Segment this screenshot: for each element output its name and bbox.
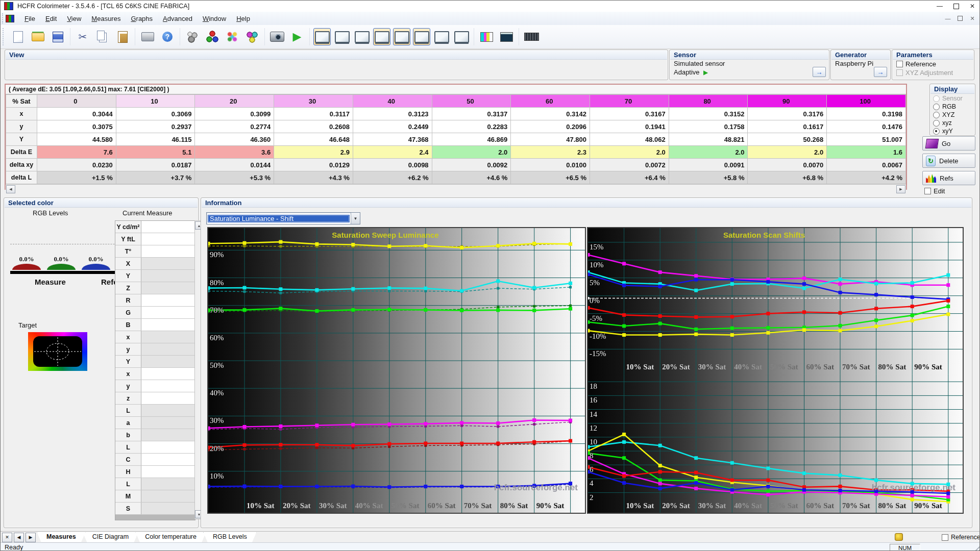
cell-delta-e-50[interactable]: 2.0 bbox=[432, 146, 511, 159]
cell-x-30[interactable]: 0.3117 bbox=[274, 108, 353, 120]
cell-x-80[interactable]: 0.3152 bbox=[669, 108, 748, 120]
cell-delta-l-90[interactable]: +6.8 % bbox=[748, 171, 827, 184]
cell-x-50[interactable]: 0.3137 bbox=[432, 108, 511, 120]
cell-delta-e-20[interactable]: 3.6 bbox=[195, 146, 274, 159]
cell-y-40[interactable]: 0.2449 bbox=[353, 120, 432, 133]
waveform-button[interactable] bbox=[498, 28, 515, 45]
cell-delta-xy-100[interactable]: 0.0067 bbox=[827, 159, 906, 171]
color-bars-button[interactable] bbox=[478, 28, 495, 45]
mdi-restore-button[interactable] bbox=[954, 13, 966, 23]
play-button[interactable]: ▶ bbox=[288, 28, 306, 45]
cell-delta-e-100[interactable]: 1.6 bbox=[827, 146, 906, 159]
cell-y-90[interactable]: 0.1617 bbox=[748, 120, 827, 133]
monitor-chart-button-7[interactable] bbox=[433, 28, 450, 45]
edit-checkbox-box[interactable] bbox=[924, 188, 931, 194]
refs-button[interactable]: Refs bbox=[922, 171, 975, 185]
cell-x-90[interactable]: 0.3176 bbox=[748, 108, 827, 120]
cell-delta-e-90[interactable]: 2.0 bbox=[748, 146, 827, 159]
maximize-button[interactable] bbox=[948, 1, 964, 12]
cell-y-30[interactable]: 46.648 bbox=[274, 133, 353, 146]
radio-icon[interactable] bbox=[933, 128, 940, 135]
monitor-chart-button-8[interactable] bbox=[453, 28, 470, 45]
cell-delta-l-80[interactable]: +5.8 % bbox=[669, 171, 748, 184]
measure-row-value[interactable] bbox=[141, 331, 195, 343]
measure-row-value[interactable] bbox=[141, 429, 195, 441]
print-button[interactable] bbox=[139, 28, 156, 45]
cell-y-80[interactable]: 48.821 bbox=[669, 133, 748, 146]
previous-tab-icon[interactable]: ◀ bbox=[14, 533, 24, 542]
resize-grip[interactable] bbox=[972, 544, 980, 551]
measure-row-value[interactable] bbox=[141, 245, 195, 257]
cell-delta-xy-90[interactable]: 0.0070 bbox=[748, 159, 827, 171]
measure-row-value[interactable] bbox=[141, 307, 195, 318]
cell-delta-xy-60[interactable]: 0.0100 bbox=[511, 159, 590, 171]
cell-delta-xy-70[interactable]: 0.0072 bbox=[590, 159, 669, 171]
cell-y-80[interactable]: 0.1758 bbox=[669, 120, 748, 133]
cell-x-100[interactable]: 0.3198 bbox=[827, 108, 906, 120]
camera-button[interactable] bbox=[268, 28, 286, 45]
cell-y-40[interactable]: 47.368 bbox=[353, 133, 432, 146]
cell-x-40[interactable]: 0.3123 bbox=[353, 108, 432, 120]
measure-row-value[interactable] bbox=[141, 490, 195, 502]
radio-icon[interactable] bbox=[933, 120, 940, 127]
monitor-chart-button-2[interactable] bbox=[333, 28, 351, 45]
measure-row-value[interactable] bbox=[141, 466, 195, 478]
cell-y-50[interactable]: 0.2283 bbox=[432, 120, 511, 133]
measure-row-value[interactable] bbox=[141, 380, 195, 392]
display-option-xyz[interactable]: xyz bbox=[930, 119, 975, 127]
cell-delta-l-30[interactable]: +4.3 % bbox=[274, 171, 353, 184]
keyboard-button[interactable] bbox=[523, 28, 540, 45]
menu-view[interactable]: View bbox=[62, 13, 86, 24]
reference-checkbox[interactable]: Reference bbox=[896, 60, 936, 68]
color-wheel-balls-button[interactable] bbox=[224, 28, 241, 45]
cell-delta-l-70[interactable]: +6.4 % bbox=[590, 171, 669, 184]
scroll-right-icon[interactable]: ▶ bbox=[896, 185, 905, 193]
menu-window[interactable]: Window bbox=[198, 13, 231, 24]
paste-button[interactable] bbox=[114, 28, 131, 45]
measure-row-value[interactable] bbox=[141, 503, 195, 514]
copy-button[interactable] bbox=[94, 28, 111, 45]
cell-delta-l-50[interactable]: +4.6 % bbox=[432, 171, 511, 184]
new-file-button[interactable] bbox=[9, 28, 27, 45]
cell-delta-e-30[interactable]: 2.9 bbox=[274, 146, 353, 159]
table-horizontal-scrollbar[interactable]: ◀ ▶ bbox=[6, 184, 906, 193]
menu-help[interactable]: Help bbox=[231, 13, 255, 24]
radio-icon[interactable] bbox=[933, 112, 940, 118]
tab-cie-diagram[interactable]: CIE Diagram bbox=[83, 532, 139, 543]
go-button[interactable]: Go bbox=[922, 136, 975, 151]
edit-checkbox[interactable]: Edit bbox=[924, 187, 945, 195]
cell-delta-e-0[interactable]: 7.6 bbox=[37, 146, 116, 159]
cell-delta-xy-20[interactable]: 0.0144 bbox=[195, 159, 274, 171]
cell-delta-xy-10[interactable]: 0.0187 bbox=[116, 159, 195, 171]
tab-measures[interactable]: Measures bbox=[37, 532, 86, 543]
menu-advanced[interactable]: Advanced bbox=[158, 13, 198, 24]
mdi-minimize-button[interactable]: — bbox=[942, 13, 954, 23]
cell-x-10[interactable]: 0.3069 bbox=[116, 108, 195, 120]
measure-row-value[interactable] bbox=[141, 368, 195, 380]
scroll-left-icon[interactable]: ◀ bbox=[6, 185, 15, 193]
cell-y-60[interactable]: 47.800 bbox=[511, 133, 590, 146]
cell-delta-e-40[interactable]: 2.4 bbox=[353, 146, 432, 159]
cell-y-10[interactable]: 46.115 bbox=[116, 133, 195, 146]
menu-file[interactable]: File bbox=[19, 13, 40, 24]
cell-delta-e-10[interactable]: 5.1 bbox=[116, 146, 195, 159]
measure-row-value[interactable] bbox=[141, 441, 195, 453]
radio-icon[interactable] bbox=[933, 104, 940, 110]
cell-delta-l-0[interactable]: +1.5 % bbox=[37, 171, 116, 184]
cell-y-20[interactable]: 46.360 bbox=[195, 133, 274, 146]
measure-row-value[interactable] bbox=[141, 417, 195, 429]
saturation-data-grid[interactable]: % Sat0102030405060708090100x0.30440.3069… bbox=[6, 94, 906, 184]
monitor-chart-button-5[interactable] bbox=[393, 28, 410, 45]
cell-delta-l-100[interactable]: +4.2 % bbox=[827, 171, 906, 184]
measure-row-value[interactable] bbox=[141, 270, 195, 282]
cell-x-20[interactable]: 0.3099 bbox=[195, 108, 274, 120]
cell-x-70[interactable]: 0.3167 bbox=[590, 108, 669, 120]
cell-y-60[interactable]: 0.2096 bbox=[511, 120, 590, 133]
measure-row-value[interactable] bbox=[141, 356, 195, 367]
cell-delta-xy-30[interactable]: 0.0129 bbox=[274, 159, 353, 171]
cell-y-0[interactable]: 44.580 bbox=[37, 133, 116, 146]
bottom-reference-checkbox-box[interactable] bbox=[942, 534, 948, 541]
save-button[interactable] bbox=[49, 28, 66, 45]
display-option-xyy[interactable]: xyY bbox=[930, 127, 975, 135]
color-balls-button[interactable] bbox=[243, 28, 261, 45]
